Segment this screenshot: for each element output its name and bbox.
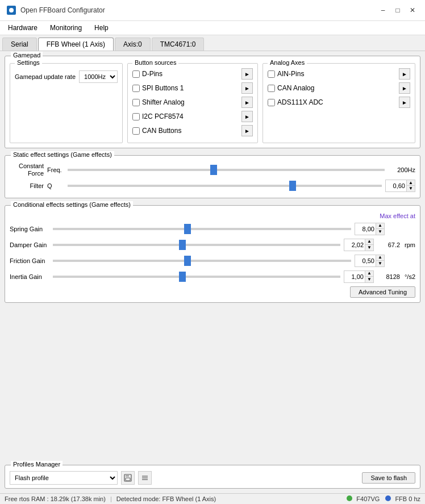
damper-spin-down[interactable]: ▼: [365, 245, 373, 251]
save-to-flash-button[interactable]: Save to flash: [362, 472, 415, 484]
spring-spin-buttons: ▲ ▼: [376, 223, 384, 235]
checkbox-shifter[interactable]: [132, 99, 140, 106]
advanced-tuning-row: Advanced Tuning: [10, 286, 415, 298]
inertia-gain-unit: °/s2: [405, 273, 415, 280]
maximize-button[interactable]: □: [392, 5, 403, 16]
mode-info: Detected mode: FFB Wheel (1 Axis): [116, 495, 216, 502]
tab-serial[interactable]: Serial: [2, 38, 37, 51]
damper-gain-slider-container: [53, 240, 340, 250]
device-status: F407VG: [347, 495, 380, 502]
arrow-btn-dpins[interactable]: ►: [241, 68, 253, 80]
q-spin-buttons: ▲ ▼: [406, 180, 415, 191]
menu-hardware[interactable]: Hardware: [2, 22, 43, 34]
arrow-btn-can-analog[interactable]: ►: [399, 82, 410, 94]
spring-gain-slider-container: [53, 224, 351, 234]
tab-tmc4671[interactable]: TMC4671:0: [152, 38, 205, 51]
menu-bar: Hardware Monitoring Help: [0, 21, 425, 35]
q-label: Q: [47, 182, 64, 189]
svg-rect-3: [126, 478, 130, 481]
spring-gain-row: Spring Gain ▲ ▼: [10, 223, 415, 235]
checkbox-can-buttons[interactable]: [132, 127, 140, 135]
label-ain: AIN-Pins: [277, 70, 304, 78]
label-can-buttons: CAN Buttons: [142, 127, 181, 135]
spring-gain-slider[interactable]: [53, 228, 351, 230]
analog-ain-row: AIN-Pins ►: [268, 68, 410, 80]
spring-spin-down[interactable]: ▼: [376, 229, 384, 235]
list-icon-button[interactable]: [138, 471, 152, 485]
arrow-btn-i2c[interactable]: ►: [241, 111, 253, 122]
friction-gain-slider[interactable]: [53, 260, 351, 262]
damper-gain-slider[interactable]: [53, 244, 340, 246]
force-label: Force: [28, 170, 44, 177]
checkbox-ain[interactable]: [268, 70, 275, 78]
button-sources-label: Button sources: [132, 59, 178, 66]
gamepad-update-rate-select[interactable]: 250Hz 500Hz 1000Hz 2000Hz: [79, 70, 118, 83]
ffb-dot: [385, 495, 391, 501]
gamepad-update-rate-label: Gamepad update rate: [15, 73, 76, 80]
damper-gain-value-box: ▲ ▼: [344, 239, 374, 251]
device-dot: [347, 495, 352, 501]
damper-gain-input[interactable]: [344, 241, 365, 248]
conditional-effects-panel: Conditional effects settings (Game effec…: [5, 205, 420, 302]
inertia-gain-value-box: ▲ ▼: [344, 270, 374, 283]
analog-can-row: CAN Analog ►: [268, 82, 410, 94]
friction-gain-slider-container: [53, 256, 351, 266]
minimize-button[interactable]: –: [377, 5, 389, 16]
friction-gain-value-box: ▲ ▼: [355, 255, 385, 267]
inertia-spin-up[interactable]: ▲: [365, 271, 373, 277]
arrow-btn-spi[interactable]: ►: [241, 82, 253, 94]
tab-ffb-wheel[interactable]: FFB Wheel (1 Axis): [38, 38, 114, 51]
arrow-btn-ads[interactable]: ►: [399, 97, 410, 108]
tab-axis0[interactable]: Axis:0: [115, 38, 151, 51]
damper-gain-extra: 67.2: [377, 241, 400, 248]
empty-area: [5, 310, 420, 461]
label-ads: ADS111X ADC: [277, 98, 323, 106]
profiles-panel: Profiles Manager Flash profile Save t: [5, 465, 420, 489]
arrow-btn-can[interactable]: ►: [241, 125, 253, 136]
inertia-spin-down[interactable]: ▼: [365, 277, 373, 282]
status-right: F407VG FFB 0 hz: [347, 495, 420, 502]
profile-select[interactable]: Flash profile: [10, 471, 118, 485]
advanced-tuning-button[interactable]: Advanced Tuning: [350, 286, 415, 298]
save-icon-button[interactable]: [121, 471, 135, 485]
status-bar: Free rtos RAM : 18.29k (17.38k min) | De…: [0, 493, 425, 504]
friction-gain-input[interactable]: [355, 257, 376, 264]
arrow-btn-shifter[interactable]: ►: [241, 97, 253, 108]
checkbox-can-analog[interactable]: [268, 85, 275, 92]
q-value-input[interactable]: [386, 182, 406, 189]
arrow-btn-ain[interactable]: ►: [399, 68, 410, 80]
analog-axes-group: Analog Axes AIN-Pins ► CA: [262, 63, 415, 143]
friction-spin-up[interactable]: ▲: [376, 255, 384, 261]
app-icon: [7, 6, 16, 15]
inertia-gain-input[interactable]: [344, 273, 365, 280]
spring-spin-up[interactable]: ▲: [376, 223, 384, 229]
button-source-shifter-row: Shifter Analog ►: [132, 97, 253, 108]
spring-gain-value-box: ▲ ▼: [355, 223, 385, 235]
q-spin-down[interactable]: ▼: [407, 186, 415, 191]
checkbox-dpins[interactable]: [132, 70, 140, 78]
menu-help[interactable]: Help: [89, 22, 114, 34]
ffb-status: FFB 0 hz: [385, 495, 420, 502]
button-source-spi-row: SPI Buttons 1 ►: [132, 82, 253, 94]
inertia-gain-extra: 8128: [377, 273, 400, 280]
friction-spin-down[interactable]: ▼: [376, 261, 384, 266]
freq-slider[interactable]: [68, 169, 385, 171]
gamepad-panel: Gamepad Settings Gamepad update rate 250…: [5, 56, 420, 148]
close-button[interactable]: ✕: [407, 5, 418, 16]
freq-slider-container: [68, 165, 385, 175]
checkbox-i2c[interactable]: [132, 113, 140, 120]
checkbox-ads[interactable]: [268, 99, 275, 106]
save-icon: [124, 474, 132, 482]
checkbox-spi[interactable]: [132, 85, 140, 92]
inertia-gain-slider[interactable]: [53, 276, 340, 278]
spring-gain-input[interactable]: [355, 226, 376, 232]
menu-monitoring[interactable]: Monitoring: [44, 22, 88, 34]
damper-spin-up[interactable]: ▲: [365, 239, 373, 245]
button-source-dpins-row: D-Pins ►: [132, 68, 253, 80]
q-slider[interactable]: [68, 185, 382, 187]
freq-row: Constant Force Freq. 200Hz: [10, 163, 415, 177]
tabs-bar: Serial FFB Wheel (1 Axis) Axis:0 TMC4671…: [0, 35, 425, 51]
profiles-panel-label: Profiles Manager: [11, 461, 63, 468]
q-spin-up[interactable]: ▲: [407, 180, 415, 186]
settings-group-label: Settings: [15, 59, 42, 66]
